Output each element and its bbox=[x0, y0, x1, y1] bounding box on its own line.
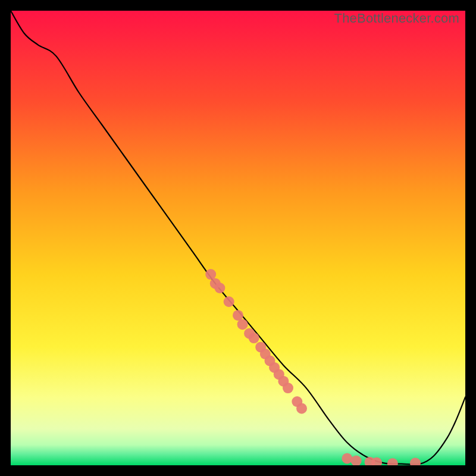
chart-svg bbox=[11, 11, 465, 465]
scatter-point bbox=[214, 283, 225, 293]
scatter-point bbox=[283, 383, 293, 393]
figure-frame: TheBottlenecker.com bbox=[0, 0, 476, 476]
scatter-point bbox=[205, 269, 216, 280]
scatter-point bbox=[342, 453, 352, 464]
plot-area: TheBottlenecker.com bbox=[11, 11, 465, 465]
scatter-point bbox=[249, 333, 259, 343]
scatter-point bbox=[237, 319, 248, 330]
scatter-point bbox=[296, 403, 307, 414]
gradient-background bbox=[11, 11, 465, 465]
watermark-text: TheBottlenecker.com bbox=[334, 11, 459, 26]
scatter-point bbox=[224, 296, 234, 307]
scatter-point bbox=[233, 310, 243, 321]
